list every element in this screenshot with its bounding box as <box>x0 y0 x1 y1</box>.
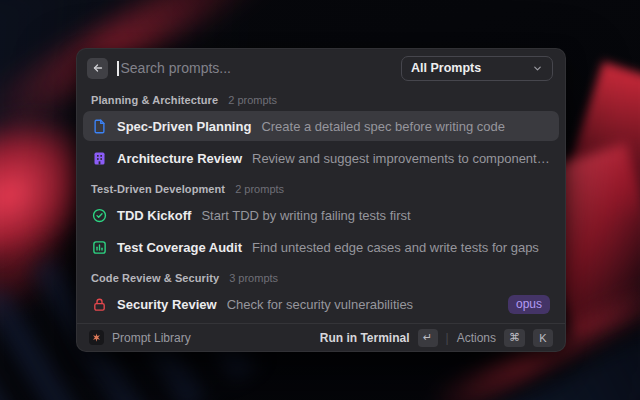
section-title: Code Review & Security <box>91 272 219 284</box>
search-input[interactable] <box>121 60 393 76</box>
return-key-badge: ↵ <box>418 329 438 347</box>
k-key-badge: K <box>533 329 553 347</box>
file-icon <box>92 119 107 134</box>
bar-chart-icon <box>92 240 107 255</box>
model-badge: opus <box>508 295 550 314</box>
run-in-terminal-button[interactable]: Run in Terminal <box>320 331 410 345</box>
cmd-key-badge: ⌘ <box>504 329 525 347</box>
section-header-planning: Planning & Architecture 2 prompts <box>77 87 565 111</box>
footer-divider: | <box>446 331 449 345</box>
section-count: 2 prompts <box>228 94 277 106</box>
actions-button[interactable]: Actions <box>457 331 496 345</box>
section-title: Planning & Architecture <box>91 94 218 106</box>
section-count: 2 prompts <box>235 183 284 195</box>
prompt-row-spec-driven-planning[interactable]: Spec-Driven Planning Create a detailed s… <box>83 111 559 141</box>
palette-header: All Prompts <box>77 49 565 87</box>
back-button[interactable] <box>87 58 108 79</box>
building-icon <box>92 151 107 166</box>
prompt-row-tdd-kickoff[interactable]: TDD Kickoff Start TDD by writing failing… <box>83 200 559 230</box>
prompt-title: Security Review <box>117 297 217 312</box>
prompt-row-security-review[interactable]: Security Review Check for security vulne… <box>83 289 559 319</box>
prompt-title: Architecture Review <box>117 151 242 166</box>
arrow-left-icon <box>92 62 104 74</box>
prompt-title: TDD Kickoff <box>117 208 191 223</box>
prompt-description: Find untested edge cases and write tests… <box>252 240 539 255</box>
section-title: Test-Driven Development <box>91 183 225 195</box>
prompt-row-architecture-review[interactable]: Architecture Review Review and suggest i… <box>83 143 559 173</box>
prompt-description: Review and suggest improvements to compo… <box>252 151 550 166</box>
circle-check-icon <box>92 208 107 223</box>
prompt-title: Test Coverage Audit <box>117 240 242 255</box>
palette-footer: Prompt Library Run in Terminal ↵ | Actio… <box>77 323 565 351</box>
prompt-description: Start TDD by writing failing tests first <box>201 208 410 223</box>
prompt-description: Check for security vulnerabilities <box>227 297 413 312</box>
text-caret <box>117 61 119 76</box>
prompt-list: Planning & Architecture 2 prompts Spec-D… <box>77 87 565 323</box>
app-name: Prompt Library <box>112 331 191 345</box>
lock-icon <box>92 297 107 312</box>
claude-spark-icon <box>89 330 104 345</box>
section-header-tdd: Test-Driven Development 2 prompts <box>77 175 565 200</box>
chevron-down-icon <box>532 63 543 74</box>
filter-dropdown-value: All Prompts <box>411 61 481 75</box>
prompt-palette: All Prompts Planning & Architecture 2 pr… <box>76 48 566 352</box>
search-field <box>117 60 392 76</box>
filter-dropdown[interactable]: All Prompts <box>401 56 553 81</box>
section-count: 3 prompts <box>229 272 278 284</box>
prompt-description: Create a detailed spec before writing co… <box>261 119 505 134</box>
footer-actions: Run in Terminal ↵ | Actions ⌘ K <box>320 329 553 347</box>
section-header-security: Code Review & Security 3 prompts <box>77 264 565 289</box>
prompt-title: Spec-Driven Planning <box>117 119 251 134</box>
prompt-row-test-coverage-audit[interactable]: Test Coverage Audit Find untested edge c… <box>83 232 559 262</box>
